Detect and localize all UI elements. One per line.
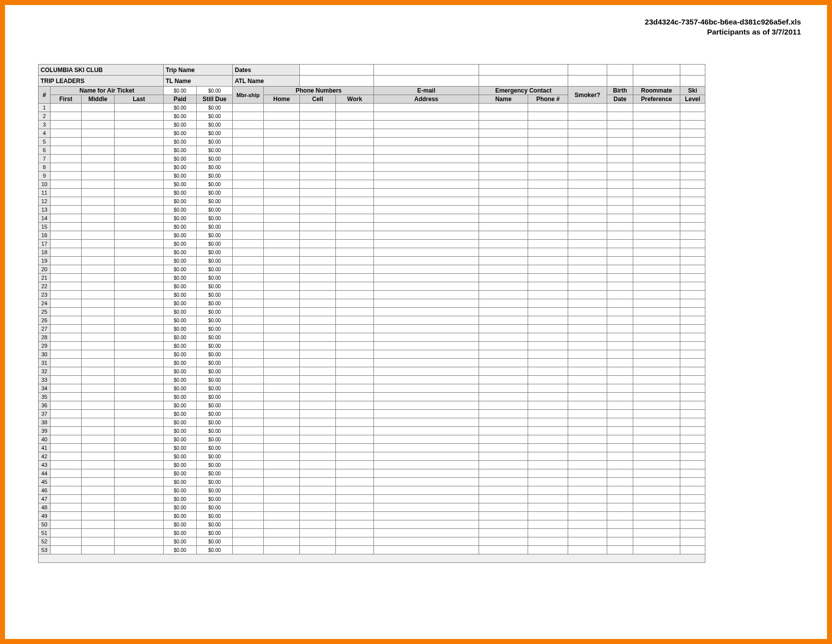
- cell-work[interactable]: [336, 146, 374, 155]
- cell-ski[interactable]: [680, 172, 705, 180]
- cell-emerg-phone[interactable]: [528, 401, 568, 410]
- cell-smoker[interactable]: [568, 265, 607, 274]
- cell-work[interactable]: [336, 333, 374, 342]
- cell-birth[interactable]: [607, 401, 633, 410]
- cell-roommate[interactable]: [633, 257, 680, 265]
- cell-smoker[interactable]: [568, 155, 607, 163]
- cell-cell[interactable]: [300, 282, 336, 291]
- cell-emerg-name[interactable]: [479, 248, 528, 257]
- cell-emerg-phone[interactable]: [528, 265, 568, 274]
- cell-roommate[interactable]: [633, 435, 680, 444]
- cell-paid[interactable]: $0.00: [164, 367, 197, 376]
- cell-email[interactable]: [374, 231, 479, 240]
- cell-mbr-ship[interactable]: [233, 248, 264, 257]
- cell-last[interactable]: [115, 240, 164, 248]
- cell-home[interactable]: [264, 180, 300, 189]
- blank-3[interactable]: [568, 65, 607, 76]
- cell-work[interactable]: [336, 427, 374, 435]
- cell-smoker[interactable]: [568, 138, 607, 146]
- cell-middle[interactable]: [82, 393, 115, 401]
- cell-cell[interactable]: [300, 469, 336, 478]
- cell-home[interactable]: [264, 503, 300, 512]
- cell-birth[interactable]: [607, 418, 633, 427]
- blank-8[interactable]: [479, 76, 568, 87]
- cell-middle[interactable]: [82, 418, 115, 427]
- cell-ski[interactable]: [680, 112, 705, 121]
- cell-first[interactable]: [51, 206, 82, 214]
- cell-last[interactable]: [115, 427, 164, 435]
- cell-mbr-ship[interactable]: [233, 180, 264, 189]
- cell-email[interactable]: [374, 384, 479, 393]
- cell-birth[interactable]: [607, 172, 633, 180]
- cell-last[interactable]: [115, 546, 164, 554]
- cell-still-due[interactable]: $0.00: [197, 325, 233, 333]
- cell-ski[interactable]: [680, 401, 705, 410]
- cell-first[interactable]: [51, 138, 82, 146]
- cell-smoker[interactable]: [568, 248, 607, 257]
- cell-last[interactable]: [115, 180, 164, 189]
- cell-mbr-ship[interactable]: [233, 401, 264, 410]
- cell-last[interactable]: [115, 342, 164, 350]
- cell-emerg-phone[interactable]: [528, 172, 568, 180]
- cell-ski[interactable]: [680, 410, 705, 418]
- cell-email[interactable]: [374, 138, 479, 146]
- cell-emerg-phone[interactable]: [528, 461, 568, 469]
- cell-smoker[interactable]: [568, 503, 607, 512]
- cell-smoker[interactable]: [568, 529, 607, 537]
- cell-emerg-name[interactable]: [479, 104, 528, 112]
- cell-emerg-phone[interactable]: [528, 138, 568, 146]
- cell-roommate[interactable]: [633, 333, 680, 342]
- cell-first[interactable]: [51, 274, 82, 282]
- cell-work[interactable]: [336, 384, 374, 393]
- cell-roommate[interactable]: [633, 469, 680, 478]
- cell-roommate[interactable]: [633, 231, 680, 240]
- cell-home[interactable]: [264, 401, 300, 410]
- cell-still-due[interactable]: $0.00: [197, 418, 233, 427]
- cell-work[interactable]: [336, 274, 374, 282]
- cell-emerg-phone[interactable]: [528, 546, 568, 554]
- cell-emerg-phone[interactable]: [528, 189, 568, 197]
- cell-emerg-phone[interactable]: [528, 308, 568, 316]
- cell-emerg-name[interactable]: [479, 214, 528, 223]
- cell-emerg-name[interactable]: [479, 376, 528, 384]
- cell-emerg-name[interactable]: [479, 206, 528, 214]
- cell-ski[interactable]: [680, 512, 705, 520]
- cell-paid[interactable]: $0.00: [164, 469, 197, 478]
- cell-birth[interactable]: [607, 146, 633, 155]
- cell-emerg-name[interactable]: [479, 495, 528, 503]
- cell-emerg-phone[interactable]: [528, 240, 568, 248]
- cell-emerg-phone[interactable]: [528, 146, 568, 155]
- cell-paid[interactable]: $0.00: [164, 129, 197, 138]
- cell-emerg-name[interactable]: [479, 537, 528, 546]
- cell-roommate[interactable]: [633, 214, 680, 223]
- cell-roommate[interactable]: [633, 248, 680, 257]
- cell-still-due[interactable]: $0.00: [197, 206, 233, 214]
- cell-work[interactable]: [336, 376, 374, 384]
- cell-email[interactable]: [374, 146, 479, 155]
- cell-emerg-name[interactable]: [479, 291, 528, 299]
- cell-roommate[interactable]: [633, 376, 680, 384]
- cell-cell[interactable]: [300, 223, 336, 231]
- cell-emerg-phone[interactable]: [528, 503, 568, 512]
- cell-cell[interactable]: [300, 503, 336, 512]
- cell-ski[interactable]: [680, 155, 705, 163]
- cell-paid[interactable]: $0.00: [164, 163, 197, 172]
- cell-roommate[interactable]: [633, 359, 680, 367]
- cell-last[interactable]: [115, 189, 164, 197]
- cell-birth[interactable]: [607, 274, 633, 282]
- cell-smoker[interactable]: [568, 172, 607, 180]
- cell-first[interactable]: [51, 104, 82, 112]
- cell-home[interactable]: [264, 274, 300, 282]
- cell-first[interactable]: [51, 291, 82, 299]
- cell-work[interactable]: [336, 299, 374, 308]
- cell-still-due[interactable]: $0.00: [197, 299, 233, 308]
- cell-last[interactable]: [115, 384, 164, 393]
- cell-roommate[interactable]: [633, 121, 680, 129]
- cell-first[interactable]: [51, 197, 82, 206]
- cell-email[interactable]: [374, 401, 479, 410]
- cell-ski[interactable]: [680, 197, 705, 206]
- cell-work[interactable]: [336, 197, 374, 206]
- cell-middle[interactable]: [82, 478, 115, 486]
- cell-cell[interactable]: [300, 163, 336, 172]
- cell-middle[interactable]: [82, 214, 115, 223]
